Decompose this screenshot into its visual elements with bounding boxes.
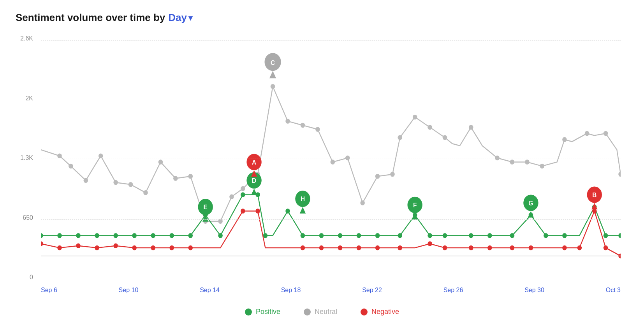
neg-dot (57, 245, 62, 251)
neutral-dot (562, 137, 567, 142)
pos-dot (95, 233, 99, 238)
neg-dot (357, 245, 361, 251)
negative-line (41, 211, 621, 256)
pos-dot (443, 233, 447, 238)
neutral-dot (113, 180, 118, 185)
neg-dot (469, 245, 473, 251)
neg-dot (113, 243, 118, 248)
pos-dot (562, 233, 567, 238)
x-label-sep14: Sep 14 (200, 287, 220, 294)
neg-dot (132, 245, 137, 251)
pos-dot (241, 192, 245, 197)
y-label-1300: 1.3K (20, 155, 33, 161)
day-label: Day (168, 12, 187, 24)
neutral-dot (173, 176, 178, 181)
chart-area: 2.6K 2K 1.3K 650 0 (16, 35, 628, 300)
pos-dot (41, 233, 43, 238)
neutral-dot (229, 194, 234, 199)
pos-dot (319, 233, 324, 238)
pos-dot (151, 233, 155, 238)
y-axis: 2.6K 2K 1.3K 650 0 (16, 35, 37, 280)
neutral-dot (469, 125, 473, 130)
neg-dot (41, 241, 43, 246)
marker-C: C (264, 53, 281, 78)
pos-dot (398, 233, 402, 238)
neg-dot (398, 245, 402, 251)
pos-dot (132, 233, 137, 238)
x-label-sep22: Sep 22 (362, 287, 382, 294)
neutral-dot (301, 123, 305, 128)
legend: Positive Neutral Negative (16, 304, 628, 316)
y-label-2600: 2.6K (20, 35, 33, 42)
neg-dot (151, 245, 155, 251)
svg-text:G: G (528, 199, 533, 207)
pos-dot (169, 233, 174, 238)
neg-dot (604, 245, 608, 251)
neutral-dot (443, 135, 447, 140)
grid-line-top (41, 40, 621, 41)
pos-dot (510, 233, 515, 238)
legend-label-negative: Negative (371, 308, 399, 316)
legend-label-positive: Positive (256, 308, 280, 316)
x-label-sep18: Sep 18 (281, 287, 301, 294)
legend-dot-negative (361, 308, 368, 315)
neg-dot (375, 245, 380, 251)
neutral-dot (510, 159, 515, 165)
neg-dot (95, 245, 99, 251)
x-label-sep30: Sep 30 (524, 287, 544, 294)
neg-dot (188, 245, 193, 251)
grid-line-1300 (41, 158, 621, 158)
pos-dot (113, 233, 118, 238)
legend-negative: Negative (361, 308, 399, 316)
neg-dot (443, 245, 447, 251)
neutral-dot (158, 159, 163, 165)
marker-B: B (587, 187, 602, 210)
pos-dot (357, 233, 361, 238)
marker-G: G (523, 195, 538, 218)
chart-container: Sentiment volume over time by Day ▾ 2.6K… (0, 0, 644, 326)
svg-marker-6 (251, 189, 257, 195)
legend-label-neutral: Neutral (315, 308, 337, 316)
neutral-dot (618, 172, 621, 177)
neg-dot (301, 245, 305, 251)
pos-dot (285, 209, 290, 214)
neutral-dot (331, 159, 335, 165)
neutral-dot (143, 190, 148, 195)
neg-dot (255, 209, 260, 214)
day-selector[interactable]: Day ▾ (168, 12, 192, 24)
x-label-oct3: Oct 3 (606, 287, 621, 294)
x-label-sep10: Sep 10 (119, 287, 139, 294)
legend-neutral: Neutral (304, 308, 337, 316)
neutral-dot (69, 164, 73, 169)
neutral-dot (241, 186, 245, 191)
neg-dot (529, 245, 533, 251)
neutral-dot (413, 115, 417, 120)
neg-dot (562, 245, 567, 251)
neutral-dot (428, 125, 432, 130)
grid-line-650 (41, 219, 621, 220)
chart-title: Sentiment volume over time by Day ▾ (16, 12, 628, 24)
svg-text:F: F (413, 201, 417, 209)
neutral-dot (604, 131, 608, 136)
neutral-dot (585, 131, 589, 136)
neutral-dot (315, 127, 320, 132)
svg-text:D: D (252, 177, 256, 184)
pos-dot (428, 233, 432, 238)
neg-dot (428, 241, 432, 246)
svg-text:H: H (301, 195, 305, 203)
pos-dot (338, 233, 343, 238)
legend-dot-positive (245, 308, 252, 315)
neg-dot (577, 245, 582, 251)
marker-F: F (407, 197, 422, 220)
pos-dot (218, 233, 223, 238)
chart-plot: E D A C (41, 35, 621, 280)
legend-positive: Positive (245, 308, 280, 316)
svg-marker-12 (269, 71, 276, 78)
title-text: Sentiment volume over time by (16, 12, 165, 24)
neg-dot (487, 245, 492, 251)
neg-dot (338, 245, 343, 251)
pos-dot (76, 233, 81, 238)
pos-dot (544, 233, 548, 238)
svg-text:C: C (271, 59, 275, 66)
pos-dot (487, 233, 492, 238)
